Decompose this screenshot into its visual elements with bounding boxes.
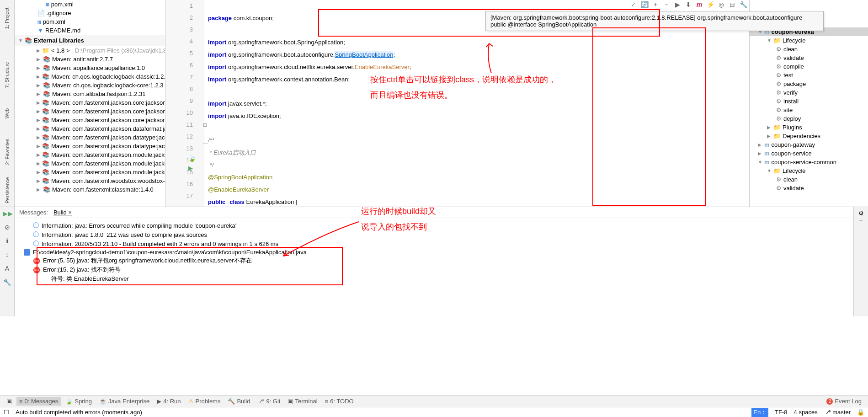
rerun-icon[interactable]: ▶▶ <box>3 210 12 219</box>
file-line[interactable]: E:\code\idea\y2-springcloud-demo1\coupon… <box>19 248 849 256</box>
maven-module[interactable]: ▼mcoupon-service-common <box>750 158 868 166</box>
graph-icon[interactable]: ⚡ <box>706 1 714 9</box>
ctrl-click-link[interactable]: SpringBootApplication <box>335 51 393 58</box>
maven-plugins[interactable]: ▶📁Plugins <box>750 123 868 132</box>
tree-library[interactable]: ▶📚Maven: antlr:antlr:2.7.7 <box>15 55 165 64</box>
maven-goal[interactable]: ⚙validate <box>750 184 868 192</box>
tab-favorites[interactable]: 2: Favorites <box>5 139 10 165</box>
run-icon[interactable]: ▶ <box>188 165 196 171</box>
git-branch[interactable]: ⎇ master <box>824 409 851 416</box>
minus-icon[interactable]: − <box>662 1 671 9</box>
minimize-icon[interactable]: − <box>859 217 863 224</box>
maven-goal[interactable]: ⚙deploy <box>750 114 868 123</box>
project-tree[interactable]: mpom.xml 📄.gitignore mpom.xml ▼README.md… <box>15 0 165 207</box>
lock-icon[interactable]: 🔒 <box>857 409 864 416</box>
bottom-javaee[interactable]: ☕ Java Enterprise <box>96 397 152 406</box>
maven-module[interactable]: ▶mcoupon-service <box>750 149 868 158</box>
library-icon: 📚 <box>42 117 49 123</box>
event-log[interactable]: 2 Event Log <box>824 397 864 406</box>
settings-icon[interactable]: 🔧 <box>739 1 747 9</box>
maven-goal[interactable]: ⚙verify <box>750 88 868 97</box>
tree-library[interactable]: ▶📚Maven: ch.qos.logback:logback-core:1.2… <box>15 81 165 90</box>
tree-file[interactable]: mpom.xml <box>15 0 165 9</box>
code-editor[interactable]: 1234567891011121314151617 ⊟ — 🍃 ▶ packag… <box>165 0 749 207</box>
maven-goal[interactable]: ⚙clean <box>750 175 868 184</box>
tree-library[interactable]: ▶📚Maven: com.fasterxml.jackson.module:ja… <box>15 159 165 168</box>
bottom-run[interactable]: ▶ 4: Run <box>154 397 183 406</box>
collapse-arrow-icon: ▶ <box>37 57 41 62</box>
bottom-messages[interactable]: ≡ 0: Messages <box>16 397 61 406</box>
tree-file[interactable]: 📄.gitignore <box>15 9 165 17</box>
tree-library[interactable]: ▶📚Maven: com.alibaba:fastjson:1.2.31 <box>15 90 165 98</box>
error-line[interactable]: ⛔Error:(5, 55) java: 程序包org.springframew… <box>19 256 849 265</box>
gear-icon[interactable]: ⚙ <box>858 210 864 217</box>
expand-icon[interactable]: ↕ <box>3 251 12 260</box>
fold-icon[interactable]: ⊟ <box>203 119 207 131</box>
tree-library[interactable]: ▶📚Maven: aopalliance:aopalliance:1.0 <box>15 64 165 72</box>
tree-library[interactable]: ▶📚Maven: com.fasterxml.jackson.core:jack… <box>15 98 165 107</box>
target-icon[interactable]: ◎ <box>717 1 725 9</box>
tree-library[interactable]: ▶📚Maven: com.fasterxml.woodstox:woodstox… <box>15 176 165 185</box>
maven-lifecycle[interactable]: ▼📁Lifecycle <box>750 166 868 175</box>
build-tab[interactable]: Build × <box>53 209 72 216</box>
tab-project[interactable]: 1: Project <box>5 8 10 29</box>
info-line[interactable]: ⓘInformation: java: Errors occurred whil… <box>19 221 849 230</box>
options-icon[interactable]: A <box>3 265 12 274</box>
messages-label: Messages: <box>19 209 48 216</box>
tree-library[interactable]: ▶📚Maven: com.fasterxml:classmate:1.4.0 <box>15 185 165 194</box>
warning-icon: ⚠ <box>188 398 194 405</box>
maven-goal[interactable]: ⚙validate <box>750 53 868 62</box>
maven-goal[interactable]: ⚙compile <box>750 62 868 71</box>
maven-goal[interactable]: ⚙clean <box>750 45 868 53</box>
maven-deps[interactable]: ▶📁Dependencies <box>750 132 868 140</box>
maven-m-icon[interactable]: m <box>695 1 703 9</box>
tree-library[interactable]: ▶📚Maven: com.fasterxml.jackson.module:ja… <box>15 150 165 159</box>
tree-library[interactable]: ▶📚Maven: com.fasterxml.jackson.core:jack… <box>15 116 165 124</box>
tree-jdk[interactable]: ▶📁< 1.8 > D:\Program Files (x86)\Java\jd… <box>15 46 165 55</box>
download-icon[interactable]: ⬇ <box>684 1 692 9</box>
bottom-toggle[interactable]: ▣ <box>4 397 15 406</box>
tab-web[interactable]: Web <box>4 108 10 118</box>
expand-arrow-icon: ▼ <box>18 38 23 43</box>
maven-goal[interactable]: ⚙package <box>750 80 868 88</box>
error-line[interactable]: ⛔Error:(15, 2) java: 找不到符号 <box>19 265 849 274</box>
bottom-spring[interactable]: 🍃 Spring <box>63 397 95 406</box>
tree-library[interactable]: ▶📚Maven: com.fasterxml.jackson.core:jack… <box>15 107 165 116</box>
tree-library[interactable]: ▶📚Maven: com.fasterxml.jackson.dataforma… <box>15 124 165 133</box>
maven-goal[interactable]: ⚙install <box>750 97 868 106</box>
bottom-todo[interactable]: ≡ 6: TODO <box>322 397 357 406</box>
external-libraries-node[interactable]: ▼📚External Libraries <box>15 35 165 46</box>
maven-module[interactable]: ▶mcoupon-gateway <box>750 140 868 149</box>
tab-structure[interactable]: 7: Structure <box>5 62 10 88</box>
ime-indicator[interactable]: En： <box>751 408 768 417</box>
tree-file[interactable]: ▼README.md <box>15 26 165 35</box>
info-line[interactable]: ⓘInformation: javac 1.8.0_212 was used t… <box>19 230 849 239</box>
fold-icon[interactable]: — <box>203 137 208 149</box>
tree-library[interactable]: ▶📚Maven: ch.qos.logback:logback-classic:… <box>15 72 165 81</box>
status-checkbox[interactable]: ☐ <box>4 409 9 416</box>
tree-file[interactable]: mpom.xml <box>15 17 165 26</box>
encoding[interactable]: TF-8 <box>775 409 787 416</box>
messages-toolbar: ▶▶ ⊘ ℹ ↕ A 🔧 <box>0 207 15 316</box>
filter-icon[interactable]: ℹ <box>3 237 12 246</box>
tab-persistence[interactable]: Persistence <box>5 177 10 203</box>
bottom-build[interactable]: 🔨 Build <box>225 397 253 406</box>
collapse-icon[interactable]: ⊟ <box>728 1 736 9</box>
tree-library[interactable]: ▶📚Maven: com.fasterxml.jackson.datatype:… <box>15 142 165 150</box>
tree-library[interactable]: ▶📚Maven: com.fasterxml.jackson.datatype:… <box>15 133 165 142</box>
maven-goal[interactable]: ⚙site <box>750 106 868 114</box>
tree-library[interactable]: ▶📚Maven: com.fasterxml.jackson.module:ja… <box>15 168 165 176</box>
plus-icon[interactable]: + <box>651 1 660 9</box>
info-line[interactable]: ⓘInformation: 2020/5/13 21:10 - Build co… <box>19 239 849 248</box>
bottom-problems[interactable]: ⚠ Problems <box>186 397 224 406</box>
refresh-icon[interactable]: 🔄 <box>640 1 649 9</box>
stop-icon[interactable]: ⊘ <box>3 224 12 233</box>
maven-goal[interactable]: ⚙test <box>750 71 868 80</box>
messages-output[interactable]: ⓘInformation: java: Errors occurred whil… <box>15 218 853 286</box>
bottom-git[interactable]: ⎇ 9: Git <box>255 397 283 406</box>
run-icon[interactable]: ▶ <box>673 1 682 9</box>
indent[interactable]: 4 spaces <box>794 409 818 416</box>
wrench-icon[interactable]: 🔧 <box>3 278 12 288</box>
maven-lifecycle[interactable]: ▼📁Lifecycle <box>750 36 868 45</box>
bottom-terminal[interactable]: ▣ Terminal <box>285 397 320 406</box>
